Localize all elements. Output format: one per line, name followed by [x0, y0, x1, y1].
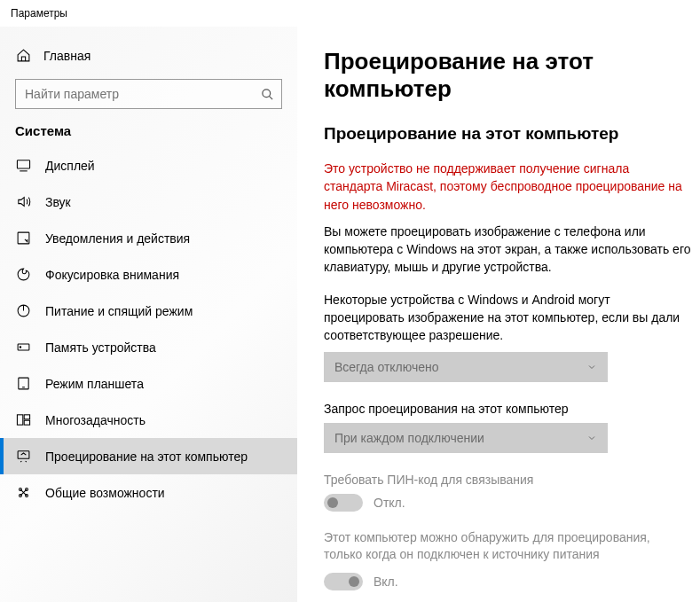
- sidebar-item-focus[interactable]: Фокусировка внимания: [0, 256, 297, 293]
- sidebar-item-label: Проецирование на этот компьютер: [45, 450, 248, 464]
- svg-rect-13: [24, 420, 29, 425]
- projecting-icon: [15, 449, 31, 464]
- search-icon: [253, 88, 281, 101]
- permission-dropdown-value: Всегда отключено: [334, 360, 439, 374]
- ask-to-project-dropdown-value: При каждом подключении: [334, 431, 484, 445]
- sidebar-item-label: Память устройства: [45, 340, 156, 355]
- miracast-error-text: Это устройство не поддерживает получение…: [324, 160, 691, 214]
- svg-point-0: [262, 89, 270, 97]
- page-subtitle: Проецирование на этот компьютер: [324, 124, 691, 144]
- window-titlebar: Параметры: [0, 0, 700, 27]
- svg-rect-2: [17, 160, 29, 168]
- require-pin-toggle[interactable]: [324, 494, 363, 512]
- require-pin-toggle-state: Откл.: [374, 496, 405, 510]
- sidebar-item-label: Дисплей: [45, 159, 95, 173]
- sidebar-item-tablet[interactable]: Режим планшета: [0, 365, 297, 402]
- tablet-icon: [15, 376, 31, 391]
- description-2: Некоторые устройства с Windows и Android…: [324, 291, 691, 345]
- home-label: Главная: [43, 49, 90, 63]
- search-input-container[interactable]: [15, 79, 282, 109]
- sidebar-nav: Дисплей Звук Уведомления и действия Фоку…: [0, 147, 297, 511]
- sidebar-item-label: Фокусировка внимания: [45, 268, 179, 282]
- sound-icon: [15, 194, 31, 209]
- sidebar-item-label: Уведомления и действия: [45, 231, 190, 246]
- ask-to-project-label: Запрос проецирования на этот компьютер: [324, 402, 691, 416]
- svg-rect-11: [17, 415, 22, 425]
- multitasking-icon: [15, 412, 31, 427]
- focus-icon: [15, 267, 31, 282]
- sidebar-item-storage[interactable]: Память устройства: [0, 329, 297, 365]
- sidebar-item-display[interactable]: Дисплей: [0, 147, 297, 184]
- home-icon: [15, 48, 31, 63]
- sidebar-item-multitasking[interactable]: Многозадачность: [0, 402, 297, 438]
- notifications-icon: [15, 231, 31, 246]
- sidebar-item-shared[interactable]: Общие возможности: [0, 474, 297, 511]
- sidebar-item-label: Звук: [45, 195, 71, 209]
- storage-icon: [15, 340, 31, 355]
- sidebar-item-notifications[interactable]: Уведомления и действия: [0, 220, 297, 256]
- sidebar-item-projecting[interactable]: Проецирование на этот компьютер: [0, 438, 297, 474]
- svg-line-1: [269, 96, 272, 99]
- description-1: Вы можете проецировать изображение с тел…: [324, 223, 691, 277]
- power-icon: [15, 303, 31, 318]
- sidebar-item-label: Питание и спящий режим: [45, 304, 193, 318]
- display-icon: [15, 158, 31, 173]
- home-link[interactable]: Главная: [0, 43, 297, 68]
- section-label: Система: [0, 123, 297, 147]
- search-input[interactable]: [16, 87, 253, 101]
- sidebar-item-sound[interactable]: Звук: [0, 184, 297, 220]
- require-pin-label: Требовать ПИН-код для связывания: [324, 473, 691, 487]
- sidebar-item-label: Общие возможности: [45, 486, 165, 500]
- sidebar-item-power[interactable]: Питание и спящий режим: [0, 293, 297, 329]
- permission-dropdown[interactable]: Всегда отключено: [324, 352, 608, 382]
- chevron-down-icon: [586, 433, 597, 443]
- shared-icon: [15, 485, 31, 500]
- svg-point-8: [20, 347, 20, 348]
- sidebar-item-label: Режим планшета: [45, 377, 144, 391]
- window-title: Параметры: [11, 7, 67, 20]
- svg-rect-14: [18, 451, 29, 458]
- ask-to-project-dropdown[interactable]: При каждом подключении: [324, 423, 608, 453]
- discover-on-power-label: Этот компьютер можно обнаружить для прое…: [324, 529, 679, 564]
- chevron-down-icon: [586, 362, 597, 372]
- discover-on-power-toggle-state: Вкл.: [374, 575, 398, 589]
- sidebar-item-label: Многозадачность: [45, 413, 146, 427]
- sidebar: Главная Система Дисплей Зв: [0, 27, 297, 602]
- svg-rect-12: [24, 415, 29, 419]
- page-title: Проецирование на этот компьютер: [324, 48, 691, 103]
- main-content: Проецирование на этот компьютер Проециро…: [297, 27, 700, 602]
- discover-on-power-toggle[interactable]: [324, 573, 363, 590]
